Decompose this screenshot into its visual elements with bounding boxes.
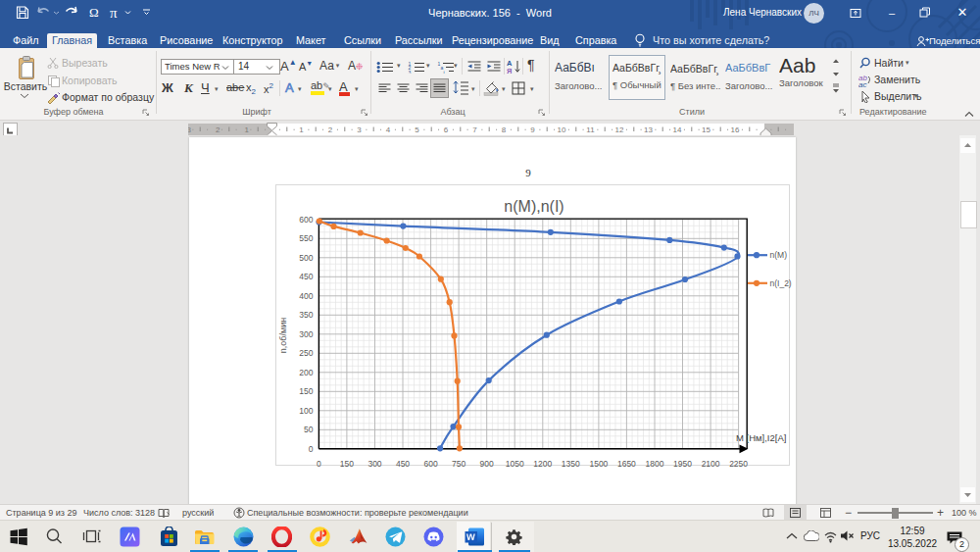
svg-text:450: 450 (299, 272, 313, 281)
svg-text:13: 13 (644, 125, 653, 134)
svg-text:600: 600 (299, 215, 313, 225)
svg-text:200: 200 (299, 368, 313, 377)
svg-text:350: 350 (299, 310, 313, 320)
svg-text:2250: 2250 (729, 459, 748, 469)
svg-text:150: 150 (299, 386, 313, 396)
svg-text:1500: 1500 (589, 459, 608, 469)
svg-text:600: 600 (424, 459, 438, 469)
svg-text:14: 14 (673, 125, 682, 134)
svg-text:2: 2 (328, 125, 333, 134)
svg-text:550: 550 (299, 233, 313, 243)
svg-text:750: 750 (452, 459, 466, 469)
svg-text:900: 900 (480, 459, 494, 469)
svg-text:1650: 1650 (617, 459, 636, 469)
svg-text:i: i (444, 70, 445, 75)
svg-text:n(M),n(I): n(M),n(I) (504, 198, 564, 215)
svg-text:0: 0 (309, 444, 314, 454)
svg-text:8: 8 (502, 125, 507, 134)
svg-text:400: 400 (299, 291, 313, 301)
svg-text:500: 500 (299, 253, 313, 263)
svg-text:M [Нм],I2[A]: M [Нм],I2[A] (736, 432, 786, 443)
svg-text:n,об/мин: n,об/мин (278, 318, 288, 353)
svg-text:3: 3 (357, 125, 362, 134)
svg-text:3: 3 (188, 125, 191, 134)
svg-text:2: 2 (216, 125, 220, 134)
svg-text:1200: 1200 (533, 459, 552, 469)
svg-text:100: 100 (299, 406, 313, 416)
svg-text:300: 300 (299, 329, 313, 339)
svg-text:1: 1 (244, 125, 249, 134)
svg-text:1050: 1050 (506, 459, 524, 469)
svg-text:50: 50 (304, 425, 314, 434)
svg-text:11: 11 (586, 125, 595, 134)
svg-text:Я: Я (507, 67, 512, 75)
svg-text:ac: ac (858, 80, 866, 87)
svg-text:250: 250 (299, 348, 313, 358)
svg-text:10: 10 (558, 125, 566, 134)
svg-text:2100: 2100 (702, 459, 720, 469)
svg-text:3: 3 (409, 70, 412, 75)
svg-text:n(I_2): n(I_2) (770, 278, 792, 288)
svg-text:300: 300 (368, 459, 381, 469)
svg-text:1: 1 (299, 125, 304, 134)
svg-text:5: 5 (415, 125, 419, 134)
svg-text:6: 6 (444, 125, 449, 134)
svg-text:12: 12 (615, 125, 624, 134)
svg-text:450: 450 (396, 459, 410, 469)
svg-text:0: 0 (317, 459, 321, 469)
svg-text:150: 150 (340, 459, 354, 469)
svg-text:9: 9 (530, 125, 535, 134)
svg-text:15: 15 (702, 125, 710, 134)
svg-text:1950: 1950 (673, 459, 692, 469)
svg-text:1350: 1350 (562, 459, 580, 469)
svg-text:n(M): n(M) (770, 250, 788, 260)
svg-text:7: 7 (472, 125, 477, 134)
svg-text:16: 16 (731, 125, 740, 134)
svg-text:4: 4 (386, 125, 391, 134)
svg-text:1800: 1800 (646, 459, 664, 469)
